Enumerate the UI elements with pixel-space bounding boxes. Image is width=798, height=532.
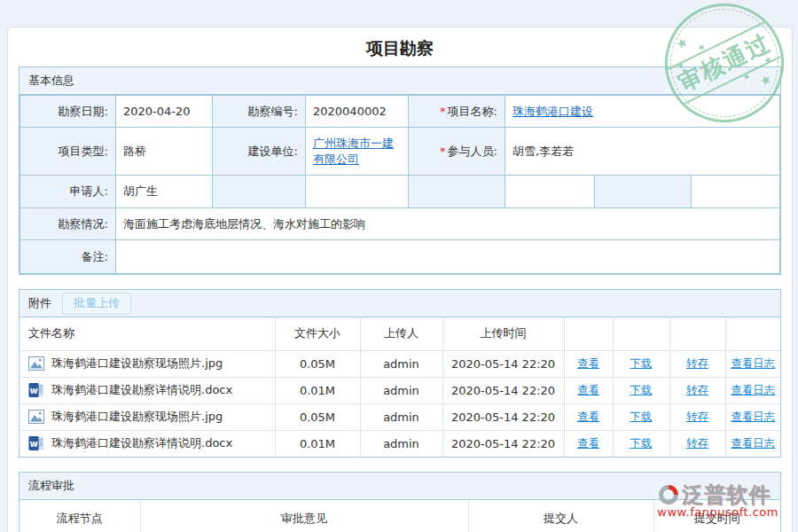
empty-value-cell bbox=[692, 176, 780, 208]
uploader: admin bbox=[360, 377, 442, 403]
empty-label-cell bbox=[595, 176, 692, 208]
download-link[interactable]: 下载 bbox=[630, 383, 653, 396]
attachments-title: 附件 bbox=[28, 290, 51, 317]
project-name-label: *项目名称: bbox=[409, 96, 505, 128]
table-row: w 珠海鹤港口建设勘察详情说明.docx 0.01M admin 2020-05… bbox=[20, 430, 780, 457]
image-file-icon bbox=[28, 410, 44, 424]
approval-title: 流程审批 bbox=[28, 473, 74, 499]
project-type-value: 路桥 bbox=[116, 128, 213, 176]
col-upload-time: 上传时间 bbox=[442, 317, 564, 350]
empty-value-cell bbox=[505, 176, 595, 208]
col-file-size: 文件大小 bbox=[275, 317, 360, 350]
applicant-label: 申请人: bbox=[20, 176, 116, 208]
build-unit-label: 建设单位: bbox=[213, 128, 306, 176]
table-row: w 珠海鹤港口建设勘察详情说明.docx 0.01M admin 2020-05… bbox=[20, 377, 780, 403]
file-size: 0.05M bbox=[275, 350, 360, 377]
save-copy-link[interactable]: 转存 bbox=[686, 356, 708, 370]
col-uploader: 上传人 bbox=[360, 317, 442, 350]
file-size: 0.01M bbox=[275, 377, 360, 403]
view-link[interactable]: 查看 bbox=[577, 356, 599, 370]
col-action bbox=[564, 317, 613, 350]
table-row: 珠海鹤港口建设勘察现场照片.jpg 0.05M admin 2020-05-14… bbox=[20, 350, 780, 377]
view-log-link[interactable]: 查看日志 bbox=[731, 436, 775, 450]
required-mark: * bbox=[440, 145, 446, 158]
file-name: 珠海鹤港口建设勘察详情说明.docx bbox=[51, 382, 232, 398]
batch-upload-button[interactable]: 批量上传 bbox=[62, 293, 131, 315]
view-log-link[interactable]: 查看日志 bbox=[731, 410, 775, 423]
file-size: 0.05M bbox=[275, 403, 360, 430]
col-submitter: 提交人 bbox=[468, 500, 653, 532]
attachments-table: 文件名称 文件大小 上传人 上传时间 珠海鹤港口建设勘察现场照片.jpg 0.0… bbox=[20, 317, 780, 457]
col-flow-node: 流程节点 bbox=[20, 500, 140, 532]
page-title: 项目勘察 bbox=[19, 27, 781, 66]
download-link[interactable]: 下载 bbox=[630, 436, 653, 450]
approval-section: 流程审批 流程节点 审批意见 提交人 提交时间 bbox=[19, 472, 781, 532]
upload-time: 2020-05-14 22:20 bbox=[442, 403, 564, 430]
uploader: admin bbox=[360, 403, 442, 430]
view-link[interactable]: 查看 bbox=[577, 436, 599, 450]
project-type-label: 项目类型: bbox=[20, 128, 116, 176]
file-name: 珠海鹤港口建设勘察现场照片.jpg bbox=[51, 356, 223, 372]
file-size: 0.01M bbox=[275, 430, 360, 457]
svg-text:w: w bbox=[29, 439, 37, 449]
view-log-link[interactable]: 查看日志 bbox=[731, 356, 775, 370]
save-copy-link[interactable]: 转存 bbox=[686, 410, 708, 423]
situation-value: 海面施工考虑海底地层情况、海水对施工的影响 bbox=[116, 208, 780, 240]
save-copy-link[interactable]: 转存 bbox=[686, 436, 708, 450]
uploader: admin bbox=[360, 430, 442, 457]
uploader: admin bbox=[360, 350, 442, 377]
file-name: 珠海鹤港口建设勘察现场照片.jpg bbox=[51, 409, 223, 425]
svg-text:w: w bbox=[29, 386, 37, 395]
approval-table: 流程节点 审批意见 提交人 提交时间 bbox=[20, 500, 780, 532]
view-link[interactable]: 查看 bbox=[577, 410, 599, 423]
remark-value bbox=[116, 240, 780, 274]
basic-info-header: 基本信息 bbox=[20, 67, 780, 95]
applicant-value: 胡广生 bbox=[116, 176, 213, 208]
download-link[interactable]: 下载 bbox=[630, 356, 653, 370]
empty-value-cell bbox=[306, 176, 409, 208]
upload-time: 2020-05-14 22:20 bbox=[442, 430, 564, 457]
view-log-link[interactable]: 查看日志 bbox=[731, 383, 775, 396]
basic-info-section: 基本信息 勘察日期: 2020-04-20 勘察编号: 2020040002 *… bbox=[19, 66, 781, 275]
attachments-header: 附件 批量上传 bbox=[20, 290, 780, 317]
attachments-header-row: 文件名称 文件大小 上传人 上传时间 bbox=[20, 317, 780, 350]
participants-value: 胡雪,李若若 bbox=[505, 128, 780, 176]
survey-no-value: 2020040002 bbox=[306, 96, 409, 128]
project-name-link[interactable]: 珠海鹤港口建设 bbox=[512, 105, 593, 118]
remark-label: 备注: bbox=[20, 240, 116, 274]
file-name: 珠海鹤港口建设勘察详情说明.docx bbox=[51, 435, 232, 451]
view-link[interactable]: 查看 bbox=[577, 383, 599, 396]
col-file-name: 文件名称 bbox=[20, 317, 275, 350]
build-unit-link[interactable]: 广州珠海市一建有限公司 bbox=[313, 137, 394, 166]
required-mark: * bbox=[440, 105, 446, 118]
col-action bbox=[669, 317, 725, 350]
approval-header-row: 流程节点 审批意见 提交人 提交时间 bbox=[20, 500, 780, 532]
empty-label-cell bbox=[213, 176, 306, 208]
upload-time: 2020-05-14 22:20 bbox=[442, 377, 564, 403]
approval-header: 流程审批 bbox=[20, 473, 780, 500]
participants-label: *参与人员: bbox=[409, 128, 505, 176]
basic-info-table: 勘察日期: 2020-04-20 勘察编号: 2020040002 *项目名称:… bbox=[20, 95, 780, 274]
col-action bbox=[725, 317, 780, 350]
word-file-icon: w bbox=[28, 435, 44, 451]
save-copy-link[interactable]: 转存 bbox=[686, 383, 708, 396]
download-link[interactable]: 下载 bbox=[630, 410, 653, 423]
form-page: 项目勘察 基本信息 勘察日期: 2020-04-20 勘察编号: 2020040… bbox=[7, 27, 793, 532]
empty-label-cell bbox=[409, 176, 505, 208]
basic-info-title: 基本信息 bbox=[28, 67, 74, 94]
upload-time: 2020-05-14 22:20 bbox=[442, 350, 564, 377]
survey-no-label: 勘察编号: bbox=[213, 96, 306, 128]
survey-date-value: 2020-04-20 bbox=[116, 96, 213, 128]
situation-label: 勘察情况: bbox=[20, 208, 116, 240]
col-action bbox=[613, 317, 669, 350]
col-submit-time: 提交时间 bbox=[653, 500, 780, 532]
table-row: 珠海鹤港口建设勘察现场照片.jpg 0.05M admin 2020-05-14… bbox=[20, 403, 780, 430]
survey-date-label: 勘察日期: bbox=[20, 96, 116, 128]
image-file-icon bbox=[28, 356, 44, 371]
word-file-icon: w bbox=[28, 382, 44, 398]
col-approval-opinion: 审批意见 bbox=[140, 500, 468, 532]
attachments-section: 附件 批量上传 文件名称 文件大小 上传人 上传时间 珠海鹤港口建 bbox=[19, 289, 781, 458]
